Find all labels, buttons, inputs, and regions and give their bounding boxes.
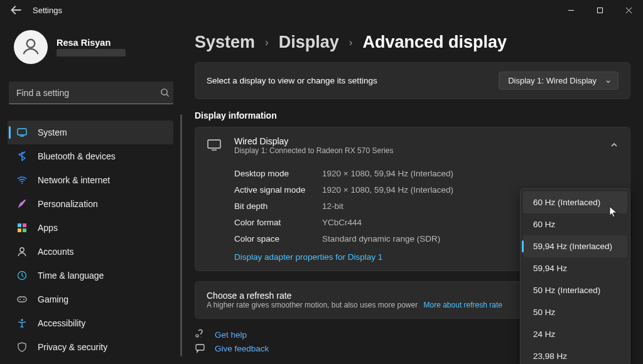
svg-rect-11 [18,297,26,302]
info-row-desktop-mode: Desktop mode1920 × 1080, 59,94 Hz (Inter… [234,165,615,181]
accessibility-icon [16,318,28,329]
breadcrumb: System › Display › Advanced display [195,33,630,52]
display-selector-value: Display 1: Wired Display [508,76,597,85]
rate-option[interactable]: 60 Hz (Interlaced) [523,191,627,213]
section-title: Display information [195,110,630,120]
feedback-icon [195,343,206,354]
svg-rect-5 [18,223,21,227]
sidebar-item-label: Gaming [38,294,68,304]
sidebar-item-bluetooth[interactable]: Bluetooth & devices [8,144,173,168]
crumb-display[interactable]: Display [279,33,339,52]
page-title: Advanced display [362,33,507,52]
sidebar-item-privacy[interactable]: Privacy & security [8,335,173,359]
close-button[interactable] [614,0,643,20]
svg-point-12 [19,299,21,300]
avatar [14,30,48,64]
display-card-header[interactable]: Wired Display Display 1: Connected to Ra… [195,127,630,164]
sidebar-item-accounts[interactable]: Accounts [8,240,173,264]
svg-point-13 [23,299,24,300]
svg-point-9 [20,248,24,252]
profile-block[interactable]: Resa Risyan [8,26,182,68]
chevron-right-icon: › [265,36,269,49]
svg-rect-17 [196,345,204,350]
sidebar-item-label: Accessibility [38,318,85,328]
profile-email [57,49,126,56]
sidebar-item-label: System [38,127,67,137]
user-icon [16,246,28,257]
system-icon [16,127,28,138]
sidebar-item-apps[interactable]: Apps [8,216,173,240]
svg-point-16 [196,335,198,337]
brush-icon [16,198,28,210]
chevron-down-icon [605,77,612,87]
select-display-label: Select a display to view or change its s… [207,76,377,85]
main-panel: System › Display › Advanced display Sele… [182,20,643,364]
chevron-up-icon [610,141,619,151]
shield-icon [16,341,28,353]
get-help-link[interactable]: Get help [215,330,247,340]
sidebar-item-label: Network & internet [38,175,110,185]
svg-rect-15 [208,140,220,148]
sidebar-item-label: Privacy & security [38,342,107,352]
refresh-rate-dropdown[interactable]: 60 Hz (Interlaced) 60 Hz 59,94 Hz (Inter… [520,188,630,364]
sidebar-item-label: Accounts [38,247,74,257]
display-selector[interactable]: Display 1: Wired Display [499,72,619,90]
sidebar: Resa Risyan System Bluetooth & devices N… [0,20,182,364]
select-display-card: Select a display to view or change its s… [195,62,630,99]
svg-rect-6 [23,223,26,227]
display-name: Wired Display [234,136,393,146]
sidebar-item-label: Apps [38,223,58,233]
svg-point-2 [161,89,166,95]
apps-icon [16,222,28,233]
monitor-icon [207,139,222,153]
sidebar-item-label: Bluetooth & devices [38,151,116,161]
profile-name: Resa Risyan [57,38,126,48]
sidebar-item-personalization[interactable]: Personalization [8,192,173,216]
crumb-system[interactable]: System [195,33,255,52]
rate-option[interactable]: 23,98 Hz [523,345,627,364]
rate-option[interactable]: 24 Hz [523,323,627,345]
sidebar-item-system[interactable]: System [8,120,173,144]
maximize-button[interactable] [585,0,614,20]
svg-rect-8 [23,228,26,232]
rate-option[interactable]: 59,94 Hz [523,257,627,279]
rate-option[interactable]: 50 Hz (Interlaced) [523,279,627,301]
minimize-button[interactable] [556,0,585,20]
wifi-icon [16,174,28,186]
svg-rect-0 [597,8,602,13]
sidebar-item-network[interactable]: Network & internet [8,168,173,192]
window-title: Settings [33,6,62,15]
chevron-right-icon: › [349,36,353,49]
controller-icon [16,294,28,305]
svg-rect-3 [18,129,26,135]
sidebar-item-gaming[interactable]: Gaming [8,287,173,311]
rate-option[interactable]: 60 Hz [523,213,627,235]
refresh-rate-subtitle: A higher rate gives smoother motion, but… [207,301,418,309]
sidebar-item-accessibility[interactable]: Accessibility [8,311,173,335]
rate-option[interactable]: 50 Hz [523,301,627,323]
search-box[interactable] [9,82,173,104]
nav-list: System Bluetooth & devices Network & int… [8,120,182,359]
svg-rect-7 [18,228,21,232]
display-connection: Display 1: Connected to Radeon RX 570 Se… [234,146,393,155]
adapter-properties-link[interactable]: Display adapter properties for Display 1 [234,252,382,262]
svg-point-1 [27,40,35,48]
svg-point-14 [21,319,23,321]
sidebar-item-time[interactable]: Time & language [8,264,173,287]
search-input[interactable] [9,88,156,98]
search-icon [156,88,173,97]
back-button[interactable] [10,4,23,16]
sidebar-item-label: Personalization [38,199,98,209]
bluetooth-icon [16,151,28,162]
clock-icon [16,270,28,281]
rate-option[interactable]: 59,94 Hz (Interlaced) [523,235,627,257]
svg-point-4 [21,183,23,184]
refresh-rate-more-link[interactable]: More about refresh rate [424,301,502,309]
give-feedback-link[interactable]: Give feedback [215,344,269,353]
help-icon [195,329,206,340]
sidebar-item-label: Time & language [38,270,104,281]
